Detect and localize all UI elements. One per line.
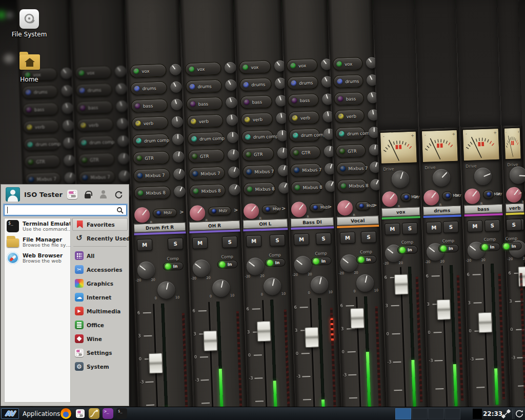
category-office[interactable]: Office: [72, 318, 128, 331]
knob-pointer: [284, 166, 286, 170]
whisker-menu: ISO Tester $_Terminal EmulatorUse the co…: [1, 185, 129, 406]
menu-item-terminal-emulator[interactable]: $_Terminal EmulatorUse the command…: [5, 218, 70, 234]
pan-knob: [337, 200, 353, 216]
send-label: vox: [142, 68, 149, 74]
send-led: [294, 185, 300, 190]
send-led: [245, 134, 251, 140]
search-input[interactable]: [4, 205, 127, 215]
fader-scale-tick: [143, 312, 151, 313]
applications-menu-button[interactable]: AV: [1, 408, 19, 419]
master-assign-button: Mstr: [153, 208, 177, 218]
level-meter: [408, 267, 416, 408]
firefox-launcher[interactable]: [60, 408, 71, 419]
workspace-2[interactable]: [412, 408, 428, 419]
category-settings[interactable]: Settings: [72, 346, 128, 359]
mixer-send-button: drums: [186, 79, 222, 93]
master-assign-button: Mstr: [356, 202, 371, 211]
wine-icon: [75, 334, 84, 343]
category-wine[interactable]: Wine: [72, 332, 128, 345]
pan-knob: [423, 190, 439, 206]
knob-pointer: [279, 96, 281, 101]
audio-patchbay-launcher[interactable]: [89, 408, 99, 419]
category-accessories[interactable]: ✂Accessories: [72, 263, 128, 276]
knob-scale-label: 20: [151, 277, 155, 282]
send-label: bass: [88, 105, 98, 111]
mixer-send-button: drum comp: [289, 128, 320, 142]
workspace-3[interactable]: [428, 408, 444, 419]
send-label: bass: [143, 103, 153, 109]
fader-scale-label: 0: [428, 330, 430, 335]
power-restart-icon: [515, 409, 524, 418]
send-label: drum comp: [144, 137, 169, 144]
master-label: Mstr: [219, 208, 228, 213]
tray-window-thumb[interactable]: [473, 409, 482, 419]
knob-pointer: [282, 148, 284, 153]
level-meter: [216, 302, 224, 417]
mixer-send-button: Mixbus 7: [78, 170, 115, 184]
send-led: [245, 117, 250, 123]
fader-scale-tick: [476, 387, 484, 388]
fader-scale-tick: [393, 362, 401, 363]
send-label: Mixbus 7: [200, 170, 220, 176]
knob-pointer: [519, 175, 525, 176]
category-label: Graphics: [87, 281, 113, 287]
workspace-4[interactable]: [445, 408, 460, 419]
panel-clock[interactable]: 22:33: [483, 407, 502, 420]
send-label: bass: [198, 101, 209, 107]
category-label: Favorites: [87, 222, 115, 228]
session-restart-button[interactable]: [113, 189, 124, 200]
mixer-send-button: bass: [76, 101, 113, 114]
mixer-send-button: verb: [288, 111, 319, 125]
fader-scale-label: 6: [294, 305, 296, 310]
session-action-button[interactable]: [515, 409, 524, 418]
username: ISO Tester: [24, 191, 63, 198]
knob-pointer: [299, 204, 304, 210]
svg-text:+: +: [493, 130, 497, 135]
send-knob: [170, 64, 181, 75]
mixer-send-button: verb: [187, 114, 223, 128]
terminal-purple-launcher[interactable]: >_: [103, 408, 113, 419]
knob-pointer: [372, 110, 374, 115]
category-system[interactable]: ⚙System: [72, 360, 128, 373]
desktop-icon-file-system[interactable]: File System: [7, 9, 51, 38]
switch-user-button[interactable]: [97, 189, 109, 200]
comp-label: Comp: [263, 252, 287, 258]
peak-meter-lit: [330, 318, 334, 341]
settings-launcher[interactable]: [75, 408, 86, 419]
knob-pointer: [251, 206, 256, 211]
fader-scale-label: 3: [295, 328, 297, 333]
workspace-1[interactable]: [395, 408, 411, 419]
desktop-icon-home[interactable]: Home: [7, 51, 51, 83]
category-favorites[interactable]: Favorites: [72, 218, 128, 231]
comp-section: CompIn: [161, 256, 185, 271]
category-all[interactable]: All: [72, 249, 128, 262]
menu-settings-button[interactable]: [67, 189, 78, 200]
knob-pointer: [177, 134, 178, 139]
mixer-send-button: Mixbus 7: [25, 172, 61, 186]
category-multimedia[interactable]: ▶Multimedia: [72, 305, 128, 317]
send-label: GTR: [301, 150, 311, 155]
knob-pointer: [229, 98, 232, 103]
lock-screen-button[interactable]: [82, 189, 93, 200]
fader-scale-tick: [348, 374, 356, 376]
applications-label[interactable]: Applications: [23, 407, 60, 420]
category-recently-used[interactable]: ↺Recently Used: [72, 232, 128, 245]
menu-item-web-browser[interactable]: Web BrowserBrowse the web: [5, 250, 70, 266]
category-internet[interactable]: ☁Internet: [72, 291, 128, 304]
fader-scale-tick: [146, 404, 154, 406]
internet-icon: ☁: [75, 293, 84, 302]
level-meter: [491, 264, 499, 405]
category-graphics[interactable]: Graphics: [72, 277, 128, 290]
peak-meter: [498, 274, 506, 399]
fader-handle: [394, 274, 409, 295]
send-knob: [228, 167, 240, 178]
svg-text:-: -: [466, 131, 467, 136]
send-knob: [116, 83, 128, 95]
menu-item-file-manager[interactable]: File ManagerBrowse the file sy…: [5, 234, 70, 250]
accessories-icon: ✂: [75, 265, 84, 274]
knob-pointer: [327, 112, 329, 116]
comp-section: CompIn: [499, 236, 523, 251]
terminal-dark-launcher[interactable]: $_: [116, 408, 127, 419]
network-icon[interactable]: [500, 408, 512, 419]
fader-track: [310, 298, 315, 414]
